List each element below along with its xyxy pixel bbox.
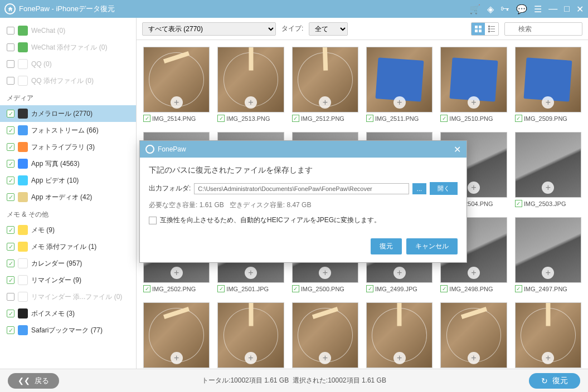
checkbox[interactable] <box>7 193 14 201</box>
minimize-icon[interactable]: ― <box>548 4 557 14</box>
thumbnail-item[interactable]: + <box>366 302 433 369</box>
icon-appvideo <box>18 175 28 185</box>
thumbnail-image[interactable]: + <box>440 47 507 112</box>
sidebar-item[interactable]: App 写真 (4563) <box>0 155 136 172</box>
thumbnail-checkbox[interactable] <box>217 115 225 122</box>
checkbox[interactable] <box>7 143 14 151</box>
modal-close-button[interactable]: ✕ <box>454 144 461 155</box>
thumbnail-image[interactable]: + <box>217 302 284 368</box>
close-icon[interactable]: ✕ <box>576 4 584 14</box>
open-folder-button[interactable]: 開く <box>430 182 458 195</box>
thumbnail-image[interactable]: + <box>440 302 507 368</box>
thumbnail-label: IMG_2500.PNG <box>292 285 358 292</box>
thumbnail-checkbox[interactable] <box>292 285 299 292</box>
thumbnail-image[interactable]: + <box>292 47 358 112</box>
thumbnail-item[interactable]: +IMG_2514.PNG <box>143 47 210 122</box>
thumbnail-image[interactable]: + <box>515 302 581 368</box>
sidebar-item-label: リマインダー (9) <box>31 276 81 285</box>
checkbox[interactable] <box>7 310 14 317</box>
thumbnail-item[interactable]: + <box>217 302 284 369</box>
thumbnail-image[interactable]: + <box>515 47 581 112</box>
checkbox[interactable] <box>7 60 14 68</box>
thumbnail-checkbox[interactable] <box>515 115 522 122</box>
checkbox[interactable] <box>7 293 14 301</box>
thumbnail-item[interactable]: + <box>440 302 507 369</box>
checkbox[interactable] <box>7 126 14 134</box>
search-input[interactable] <box>504 22 582 36</box>
thumbnail-checkbox[interactable] <box>366 285 373 292</box>
modal-cancel-button[interactable]: キャンセル <box>406 238 458 254</box>
thumbnail-image[interactable]: + <box>366 302 433 368</box>
checkbox[interactable] <box>7 77 14 85</box>
checkbox[interactable] <box>7 259 14 267</box>
maximize-icon[interactable]: □ <box>564 4 570 14</box>
sidebar-item[interactable]: カレンダー (957) <box>0 255 136 272</box>
svg-rect-4 <box>488 26 490 27</box>
thumbnail-checkbox[interactable] <box>217 285 225 292</box>
modal-recover-button[interactable]: 復元 <box>371 238 402 254</box>
thumbnail-checkbox[interactable] <box>515 285 522 292</box>
thumbnail-checkbox[interactable] <box>292 115 299 122</box>
thumbnail-image[interactable]: + <box>143 47 210 112</box>
home-icon[interactable] <box>4 3 16 14</box>
thumbnail-item[interactable]: +IMG_2511.PNG <box>366 47 433 122</box>
thumbnail-item[interactable]: + <box>292 302 358 369</box>
checkbox[interactable] <box>7 160 14 168</box>
checkbox[interactable] <box>7 27 14 35</box>
thumbnail-checkbox[interactable] <box>440 285 448 292</box>
sidebar-item[interactable]: App ビデオ (10) <box>0 172 136 189</box>
thumbnail-item[interactable]: +IMG_2512.PNG <box>292 47 358 122</box>
sidebar-item[interactable]: メモ (9) <box>0 222 136 238</box>
thumbnail-checkbox[interactable] <box>143 285 150 292</box>
cart-icon[interactable]: 🛒 <box>469 4 480 14</box>
thumbnail-item[interactable]: +IMG_2497.PNG <box>515 217 581 292</box>
sidebar-item[interactable]: App オーディオ (42) <box>0 189 136 205</box>
checkbox[interactable] <box>7 276 14 284</box>
list-view-button[interactable] <box>485 23 498 35</box>
checkbox[interactable] <box>7 326 14 334</box>
browse-button[interactable]: ... <box>412 183 426 194</box>
sidebar-item-label: QQ (0) <box>31 60 52 68</box>
sidebar-item-label: WeChat (0) <box>31 27 65 35</box>
sidebar-item[interactable]: フォトストリーム (66) <box>0 122 136 139</box>
icon-photolib <box>18 142 28 152</box>
checkbox[interactable] <box>7 243 14 251</box>
recover-button[interactable]: ↻ 復元 <box>529 373 580 389</box>
checkbox[interactable] <box>7 177 14 184</box>
checkbox[interactable] <box>7 43 14 51</box>
checkbox[interactable] <box>7 226 14 234</box>
heic-convert-checkbox[interactable] <box>149 217 157 224</box>
sidebar-item[interactable]: フォトライブラリ (3) <box>0 139 136 155</box>
thumbnail-item[interactable]: +IMG_2513.PNG <box>217 47 284 122</box>
diamond-icon[interactable]: ◈ <box>487 4 494 14</box>
thumbnail-image[interactable]: + <box>515 217 581 283</box>
sidebar-item[interactable]: Safariブックマーク (77) <box>0 322 136 339</box>
thumbnail-image[interactable]: + <box>515 132 581 198</box>
thumbnail-item[interactable]: +IMG_2510.PNG <box>440 47 507 122</box>
thumbnail-item[interactable]: +IMG_2503.JPG <box>515 132 581 207</box>
back-button[interactable]: ❮❮ 戻る <box>8 373 59 389</box>
thumbnail-image[interactable]: + <box>217 47 284 112</box>
sidebar-item[interactable]: リマインダー (9) <box>0 272 136 288</box>
thumbnail-item[interactable]: + <box>515 302 581 369</box>
output-path-input[interactable] <box>194 183 409 194</box>
sidebar-item[interactable]: メモ 添付ファイル (1) <box>0 238 136 255</box>
thumbnail-checkbox[interactable] <box>440 115 448 122</box>
thumbnail-image[interactable]: + <box>366 47 433 112</box>
thumbnail-checkbox[interactable] <box>143 115 150 122</box>
chat-icon[interactable]: 💬 <box>516 4 527 14</box>
type-filter-select[interactable]: 全て <box>309 22 348 36</box>
thumbnail-checkbox[interactable] <box>366 115 373 122</box>
sidebar-item[interactable]: カメラロール (2770) <box>0 105 136 122</box>
thumbnail-checkbox[interactable] <box>515 200 522 207</box>
thumbnail-item[interactable]: + <box>143 302 210 369</box>
sidebar-item[interactable]: ボイスメモ (3) <box>0 305 136 322</box>
thumbnail-image[interactable]: + <box>292 302 358 368</box>
thumbnail-item[interactable]: +IMG_2509.PNG <box>515 47 581 122</box>
key-icon[interactable]: 🗝 <box>500 4 509 14</box>
checkbox[interactable] <box>7 110 14 117</box>
display-filter-select[interactable]: すべて表示 (2770) <box>142 22 276 36</box>
grid-view-button[interactable] <box>472 23 485 35</box>
menu-icon[interactable]: ☰ <box>534 4 542 14</box>
thumbnail-image[interactable]: + <box>143 302 210 368</box>
